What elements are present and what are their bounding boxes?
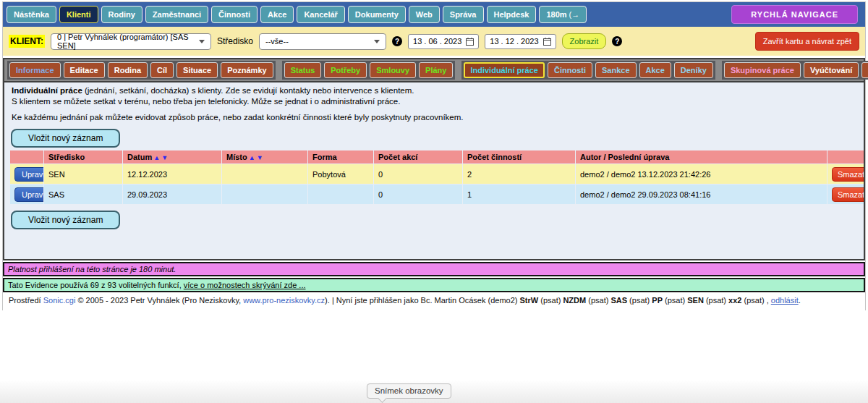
calendar-icon (543, 38, 551, 46)
nav-item-helpdesk[interactable]: Helpdesk (487, 6, 537, 23)
nav-item-zamestnanci[interactable]: Zaměstnanci (145, 6, 208, 23)
footer-text: ). | Nyní jste přihlášen jako Bc. Martin… (325, 296, 519, 305)
nav-item-sprava[interactable]: Správa (443, 6, 484, 23)
sort-desc-icon[interactable]: ▼ (161, 154, 168, 161)
client-toolbar: KLIENT: 0 | Petr Vyhnálek (programátor) … (3, 27, 865, 56)
session-notice: Platnost přihlášení na této stránce je 1… (3, 262, 865, 276)
nav-item-nastenka[interactable]: Nástěnka (7, 6, 56, 23)
section-description: Individuální práce (jednání, setkání, do… (4, 82, 864, 123)
client-select[interactable]: 0 | Petr Vyhnálek (programátor) [SAS SEN… (51, 33, 211, 50)
nav-item-web[interactable]: Web (409, 6, 440, 23)
tab-cil[interactable]: Cíl (150, 62, 174, 78)
cell-misto (222, 164, 307, 184)
date-from-value: 13 . 06 . 2023 (413, 37, 461, 46)
cell-stredisko: SAS (44, 184, 122, 204)
footer-bold-sas: SAS (610, 296, 627, 305)
column-header-stredisko: Středisko (44, 150, 122, 164)
insert-record-button-top[interactable]: Vložit nový záznam (11, 129, 120, 148)
sort-desc-icon[interactable]: ▼ (257, 154, 263, 161)
client-detail-panel: InformaceEditaceRodinaCílSituacePoznámky… (3, 58, 865, 260)
footer-bold-xx2: xx2 (728, 296, 741, 305)
footer-text: (psat) (538, 296, 563, 305)
nav-item-cinnosti[interactable]: Činnosti (211, 6, 258, 23)
cell-forma: Pobytová (308, 164, 373, 184)
footer-text: (psat) , (741, 296, 770, 305)
cell-forma (308, 184, 373, 204)
edit-button[interactable]: Upravit (14, 167, 43, 182)
column-header-datum: Datum▲▼ (123, 150, 221, 164)
show-button[interactable]: Zobrazit (562, 33, 607, 49)
footer: Prostředí Sonic.cgi © 2005 - 2023 Petr V… (3, 292, 865, 310)
nav-item-akce[interactable]: Akce (260, 6, 294, 23)
tab-poznamky[interactable]: Poznámky (221, 62, 273, 78)
date-from-field[interactable]: 13 . 06 . 2023 (408, 34, 479, 49)
tab-skupinova-prace[interactable]: Skupinová práce (724, 62, 801, 78)
help-icon[interactable]: ? (392, 36, 402, 46)
close-card-button[interactable]: Zavřít kartu a návrat zpět (755, 32, 859, 51)
column-header-forma: Forma (308, 150, 373, 164)
tab-smlouvy[interactable]: Smlouvy (370, 62, 416, 78)
tab-rodina[interactable]: Rodina (108, 62, 148, 78)
edit-button[interactable]: Upravit (14, 187, 43, 202)
footer-text: © 2005 - 2023 Petr Vyhnálek (Pro Nezisko… (75, 296, 243, 305)
evidence-notice: Tato Evidence používá 69 z 93 volitelnýc… (3, 278, 865, 292)
cell-pocet-akci: 0 (374, 164, 462, 184)
tab-sankce[interactable]: Sankce (595, 62, 637, 78)
cell-pocet-cinnosti: 2 (463, 164, 575, 184)
client-label: KLIENT: (9, 35, 45, 48)
footer-link-odhlasit[interactable]: odhlásit (771, 296, 799, 305)
date-to-value: 13 . 12 . 2023 (490, 37, 538, 46)
tab-editace[interactable]: Editace (64, 62, 105, 78)
column-header-pocet-cinnosti: Počet činností (463, 150, 575, 164)
tab-tisk-pozn[interactable]: Tisk pozn. (861, 62, 868, 78)
content-area: Individuální práce (jednání, setkání, do… (4, 81, 864, 259)
description-line-2: S klientem se můžete setkat v terénu, ne… (12, 96, 856, 107)
table-row: UpravitSAS29.09.202301demo2 / demo2 29.0… (10, 184, 864, 204)
delete-button[interactable]: Smazat (832, 187, 864, 202)
calendar-icon (466, 38, 474, 46)
tab-vyuctovani[interactable]: Vyúčtování (804, 62, 859, 78)
nav-item-dokumenty[interactable]: Dokumenty (348, 6, 406, 23)
nav-items: NástěnkaKlientiRodinyZaměstnanciČinnosti… (7, 6, 587, 23)
tab-potreby[interactable]: Potřeby (324, 62, 367, 78)
tab-akce[interactable]: Akce (639, 62, 671, 78)
footer-link-sonic-cgi[interactable]: Sonic.cgi (43, 296, 76, 305)
chevron-down-icon (199, 40, 205, 43)
sort-asc-icon[interactable]: ▲ (249, 154, 255, 161)
insert-record-button-bottom[interactable]: Vložit nový záznam (11, 211, 120, 229)
footer-bold-strw: StrW (520, 296, 539, 305)
sort-asc-icon[interactable]: ▲ (153, 154, 160, 161)
tab-group: Individuální práceČinnostiSankceAkceDení… (461, 61, 715, 80)
footer-bold-pp: PP (652, 296, 663, 305)
tab-deniky[interactable]: Deníky (674, 62, 713, 78)
records-table: StřediskoDatum▲▼Místo▲▼FormaPočet akcíPo… (9, 150, 864, 205)
tab-informace[interactable]: Informace (9, 62, 61, 78)
tab-individualni-prace[interactable]: Individuální práce (464, 62, 545, 78)
help-icon[interactable]: ? (612, 36, 622, 46)
quick-navigation-button[interactable]: RYCHLÁ NAVIGACE (731, 5, 858, 24)
logout-icon: (→ (569, 10, 580, 19)
client-select-value: 0 | Petr Vyhnálek (programátor) [SAS SEN… (57, 33, 199, 50)
date-to-field[interactable]: 13 . 12 . 2023 (485, 34, 556, 49)
nav-item-rodiny[interactable]: Rodiny (101, 6, 142, 23)
nav-item-kancelar[interactable]: Kancelář (297, 6, 344, 23)
tab-plany[interactable]: Plány (419, 62, 453, 78)
tab-status[interactable]: Status (284, 62, 322, 78)
column-header-pocet-akci: Počet akcí (374, 150, 462, 164)
footer-text: Prostředí (9, 296, 43, 305)
nav-item-180m[interactable]: 180m(→ (539, 6, 587, 23)
cell-datum: 29.09.2023 (123, 184, 221, 204)
tab-cinnosti[interactable]: Činnosti (548, 62, 592, 78)
footer-text: (psat) (663, 296, 687, 305)
table-row: UpravitSEN12.12.2023Pobytová02demo2 / de… (10, 164, 864, 184)
footer-text: (psat) (704, 296, 728, 305)
stredisko-select[interactable]: --vše-- (259, 33, 386, 50)
top-navigation: NástěnkaKlientiRodinyZaměstnanciČinnosti… (3, 2, 865, 27)
delete-button[interactable]: Smazat (832, 167, 864, 182)
chevron-down-icon (374, 40, 380, 43)
nav-item-klienti[interactable]: Klienti (59, 6, 98, 23)
tab-situace[interactable]: Situace (176, 62, 218, 78)
evidence-link[interactable]: více o možnostech skrývání zde ... (184, 281, 306, 289)
description-line-3: Ke každému jednání pak můžete evidovat z… (12, 112, 856, 123)
footer-link-www-pro-neziskovky-cz[interactable]: www.pro-neziskovky.cz (243, 296, 325, 305)
